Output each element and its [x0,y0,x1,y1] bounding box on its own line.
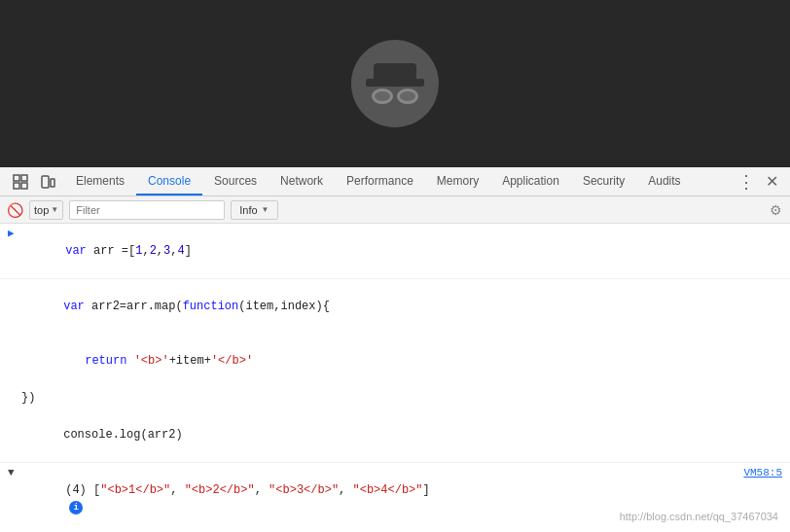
device-toolbar-button[interactable] [37,171,58,193]
more-tools-button[interactable]: ⋮ [736,171,757,193]
svg-rect-3 [21,183,27,189]
console-context-selector[interactable]: top ▼ [29,200,63,220]
tab-security[interactable]: Security [571,167,636,195]
incognito-icon [351,40,439,127]
console-clear-button[interactable]: 🚫 [6,201,23,219]
tab-network[interactable]: Network [269,167,335,195]
close-devtools-button[interactable]: ✕ [761,171,782,193]
tab-elements[interactable]: Elements [64,167,136,195]
console-content: ▶ var arr =[1,2,3,4] var arr2=arr.map(fu… [0,224,790,532]
inspect-element-button[interactable] [10,171,31,193]
incognito-glasses [372,89,418,104]
log-level-arrow: ▼ [262,205,269,214]
svg-rect-0 [14,175,19,181]
svg-rect-2 [21,175,27,181]
array-info-badge: i [69,501,83,514]
left-glass [372,89,393,104]
console-line-2: var arr2=arr.map(function(item,index){ [0,279,790,334]
tab-audits[interactable]: Audits [636,167,692,195]
console-line-4: }) [0,388,790,408]
toolbar-right: ⋮ ✕ [736,171,786,193]
file-reference[interactable]: VM58:5 [743,464,790,481]
devtools-tabs: Elements Console Sources Network Perform… [64,167,736,195]
log-level-selector[interactable]: Info ▼ [231,200,277,220]
tab-sources[interactable]: Sources [202,167,269,195]
console-line-5: console.log(arr2) [0,408,790,463]
browser-top-area [0,0,790,167]
tab-console[interactable]: Console [136,167,202,195]
console-filter-input[interactable] [69,200,225,220]
console-settings-button[interactable]: ⚙ [767,201,784,219]
tab-memory[interactable]: Memory [425,167,490,195]
svg-rect-5 [51,179,54,187]
console-toolbar: 🚫 top ▼ Info ▼ ⚙ [0,196,790,224]
expand-arrow-1[interactable]: ▶ [8,225,21,242]
tab-performance[interactable]: Performance [335,167,425,195]
right-glass [397,89,418,104]
context-dropdown-arrow: ▼ [51,205,58,214]
incognito-circle [351,40,439,127]
console-line-1: ▶ var arr =[1,2,3,4] [0,224,790,279]
svg-rect-4 [42,176,49,188]
watermark: http://blog.csdn.net/qq_37467034 [620,507,778,524]
incognito-hat [374,63,416,83]
console-line-3: return '<b>'+item+'</b>' [0,334,790,388]
tab-application[interactable]: Application [490,167,571,195]
collapse-arrow[interactable]: ▼ [8,464,21,481]
toolbar-icons [4,171,64,193]
svg-rect-1 [14,183,19,189]
devtools-toolbar: Elements Console Sources Network Perform… [0,167,790,196]
